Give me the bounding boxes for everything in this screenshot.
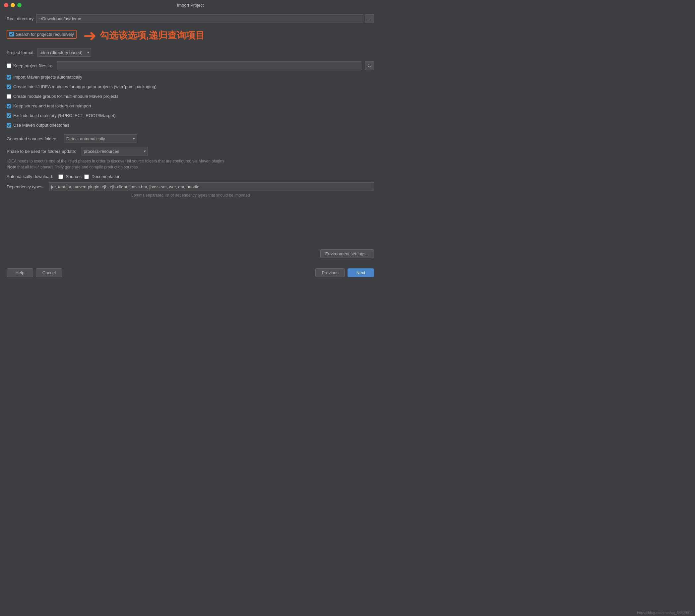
keep-project-label: Keep project files in: bbox=[13, 63, 52, 68]
info-note-bold: Note bbox=[7, 165, 16, 169]
dependency-types-row: Dependency types: bbox=[7, 182, 374, 191]
keep-project-checkbox[interactable] bbox=[7, 63, 11, 68]
info-text-main: IDEA needs to execute one of the listed … bbox=[7, 159, 225, 164]
option-checkbox-3[interactable] bbox=[7, 104, 11, 108]
arrow-icon: ➜ bbox=[83, 26, 97, 45]
footer: Help Cancel Previous Next bbox=[0, 265, 381, 282]
dependency-types-label: Dependency types: bbox=[7, 184, 44, 189]
search-recursive-checkbox[interactable] bbox=[9, 32, 14, 36]
dependency-types-input[interactable] bbox=[49, 182, 374, 191]
root-browse-button[interactable]: … bbox=[365, 14, 374, 23]
option-row-1: Create IntelliJ IDEA modules for aggrega… bbox=[7, 84, 374, 89]
next-button[interactable]: Next bbox=[348, 268, 374, 277]
environment-settings-button[interactable]: Environment settings... bbox=[320, 249, 374, 258]
root-directory-label: Root directory bbox=[7, 16, 33, 21]
option-checkbox-4[interactable] bbox=[7, 114, 11, 118]
previous-button[interactable]: Previous bbox=[315, 268, 345, 277]
option-label-4: Exclude build directory (%PROJECT_ROOT%/… bbox=[13, 113, 115, 118]
search-recursive-row: Search for projects recursively bbox=[7, 30, 77, 39]
project-format-select[interactable]: .idea (directory based) Eclipse Gradle bbox=[37, 48, 91, 57]
generated-sources-row: Generated sources folders: Detect automa… bbox=[7, 134, 374, 143]
content-area: Root directory … Search for projects rec… bbox=[0, 9, 381, 265]
dependency-hint: Comma separated list of dependency types… bbox=[7, 193, 374, 198]
option-label-1: Create IntelliJ IDEA modules for aggrega… bbox=[13, 84, 156, 89]
window-controls bbox=[4, 3, 21, 7]
option-label-5: Use Maven output directories bbox=[13, 123, 69, 127]
documentation-label: Documentation bbox=[91, 174, 120, 179]
auto-download-row: Automatically download: Sources Document… bbox=[7, 174, 374, 179]
footer-right: Previous Next bbox=[315, 268, 374, 277]
sources-checkbox[interactable] bbox=[58, 174, 63, 179]
documentation-checkbox[interactable] bbox=[84, 174, 89, 179]
option-label-0: Import Maven projects automatically bbox=[13, 74, 82, 80]
keep-project-browse-button[interactable]: 🗂 bbox=[365, 61, 374, 70]
generated-sources-label: Generated sources folders: bbox=[7, 136, 59, 141]
annotation-section: ➜ 勾选该选项,递归查询项目 bbox=[83, 26, 205, 45]
option-checkbox-2[interactable] bbox=[7, 94, 11, 99]
option-checkbox-5[interactable] bbox=[7, 123, 11, 127]
footer-left: Help Cancel bbox=[7, 268, 62, 277]
phase-select-wrapper: process-resources generate-sources proce… bbox=[82, 147, 148, 155]
phase-label: Phase to be used for folders update: bbox=[7, 149, 76, 154]
option-row-5: Use Maven output directories bbox=[7, 123, 374, 127]
root-directory-input[interactable] bbox=[36, 14, 363, 23]
info-text: IDEA needs to execute one of the listed … bbox=[7, 158, 374, 170]
option-row-0: Import Maven projects automatically bbox=[7, 74, 374, 80]
phase-select[interactable]: process-resources generate-sources proce… bbox=[82, 147, 148, 155]
auto-download-label: Automatically download: bbox=[7, 174, 53, 179]
option-row-2: Create module groups for multi-module Ma… bbox=[7, 94, 374, 99]
keep-project-input[interactable] bbox=[57, 61, 361, 70]
cancel-button[interactable]: Cancel bbox=[36, 268, 62, 277]
option-checkbox-1[interactable] bbox=[7, 85, 11, 89]
help-button[interactable]: Help bbox=[7, 268, 33, 277]
option-label-2: Create module groups for multi-module Ma… bbox=[13, 94, 118, 99]
window-title: Import Project bbox=[177, 3, 204, 7]
generated-sources-select-wrapper: Detect automatically Generate source roo… bbox=[64, 134, 137, 143]
root-directory-row: Root directory … bbox=[7, 14, 374, 23]
project-format-row: Project format: .idea (directory based) … bbox=[7, 48, 374, 57]
search-recursive-section: Search for projects recursively ➜ 勾选该选项,… bbox=[7, 26, 374, 45]
minimize-button[interactable] bbox=[11, 3, 15, 7]
info-note-rest: that all test-* phases firstly generate … bbox=[16, 165, 139, 169]
option-row-3: Keep source and test folders on reimport bbox=[7, 103, 374, 108]
maximize-button[interactable] bbox=[17, 3, 21, 7]
annotation-text: 勾选该选项,递归查询项目 bbox=[100, 29, 205, 42]
search-recursive-label: Search for projects recursively bbox=[16, 32, 74, 37]
phase-row: Phase to be used for folders update: pro… bbox=[7, 147, 374, 155]
options-section: Import Maven projects automatically Crea… bbox=[7, 74, 374, 130]
option-checkbox-0[interactable] bbox=[7, 75, 11, 80]
title-bar: Import Project bbox=[0, 0, 381, 9]
keep-project-row: Keep project files in: 🗂 bbox=[7, 61, 374, 70]
option-label-3: Keep source and test folders on reimport bbox=[13, 103, 91, 108]
project-format-label: Project format: bbox=[7, 50, 35, 55]
generated-sources-select[interactable]: Detect automatically Generate source roo… bbox=[64, 134, 137, 143]
option-row-4: Exclude build directory (%PROJECT_ROOT%/… bbox=[7, 113, 374, 118]
close-button[interactable] bbox=[4, 3, 8, 7]
sources-label: Sources bbox=[66, 174, 82, 179]
project-format-select-wrapper: .idea (directory based) Eclipse Gradle bbox=[37, 48, 91, 57]
